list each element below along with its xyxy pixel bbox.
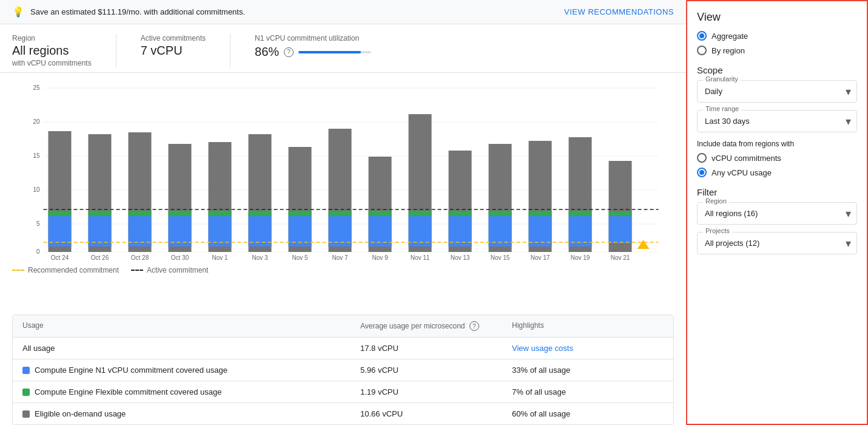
svg-rect-23 [169, 211, 192, 216]
granularity-label: Granularity [703, 75, 741, 83]
row-avg-n1: 5.96 vCPU [360, 365, 512, 375]
table-row: Compute Engine N1 vCPU commitment covere… [13, 359, 673, 381]
row-avg-ondemand: 10.66 vCPU [360, 409, 512, 418]
usage-label-flex: Compute Engine Flexible commitment cover… [22, 387, 360, 396]
utilization-bar-fill [298, 51, 361, 53]
scope-title: Scope [697, 65, 857, 75]
svg-marker-59 [638, 240, 650, 249]
col-usage: Usage [22, 321, 360, 331]
svg-rect-47 [489, 211, 512, 216]
by-region-label: By region [712, 46, 745, 55]
n1-color-dot [22, 367, 30, 374]
svg-text:Nov 21: Nov 21 [611, 254, 630, 261]
row-highlight-flex: 7% of all usage [512, 387, 664, 396]
include-label: Include data from regions with [697, 140, 857, 148]
svg-text:0: 0 [36, 248, 40, 255]
flex-color-dot [22, 389, 30, 396]
legend-active: Active commitment [131, 266, 208, 274]
projects-dropdown-label: Projects [703, 227, 732, 234]
bar-chart: 25 20 15 10 5 0 [12, 79, 674, 261]
filter-title: Filter [697, 187, 857, 197]
svg-rect-38 [369, 211, 392, 216]
ondemand-color-dot [22, 410, 30, 418]
svg-rect-29 [249, 211, 272, 216]
table-row: All usage 17.8 vCPU View usage costs [13, 338, 673, 359]
svg-text:Nov 17: Nov 17 [531, 254, 550, 261]
svg-rect-17 [89, 211, 112, 216]
include-vcpu-commitments[interactable]: vCPU commitments [697, 153, 857, 163]
region-label: Region [12, 34, 92, 42]
legend-active-label: Active commitment [147, 266, 208, 274]
utilization-bar [298, 51, 371, 53]
view-radio-group: Aggregate By region [697, 31, 857, 55]
svg-text:Nov 1: Nov 1 [212, 254, 228, 261]
svg-text:Nov 9: Nov 9 [372, 254, 388, 261]
utilization-help-icon[interactable]: ? [284, 47, 294, 57]
svg-text:Nov 3: Nov 3 [252, 254, 268, 261]
utilization-label: N1 vCPU commitment utilization [255, 34, 371, 42]
svg-rect-20 [129, 211, 152, 216]
svg-rect-50 [529, 211, 552, 216]
svg-text:10: 10 [33, 186, 40, 193]
any-vcpu-radio-circle [697, 168, 707, 177]
usage-label-ondemand: Eligible on-demand usage [22, 409, 360, 418]
region-stat: Region All regions with vCPU commitments [12, 34, 92, 67]
commitments-value: 7 vCPU [141, 44, 206, 58]
view-option-aggregate[interactable]: Aggregate [697, 31, 857, 41]
row-label-all: All usage [22, 344, 55, 353]
aggregate-label: Aggregate [712, 32, 748, 41]
time-range-dropdown-container: Time range Last 7 days Last 30 days Last… [697, 110, 857, 132]
row-label-ondemand: Eligible on-demand usage [35, 409, 126, 418]
region-select[interactable]: All regions (16) [697, 202, 857, 225]
view-recommendations-link[interactable]: VIEW RECOMMENDATIONS [564, 7, 674, 16]
table-header: Usage Average usage per microsecond ? Hi… [13, 315, 673, 338]
svg-text:25: 25 [33, 84, 40, 91]
col-highlights: Highlights [512, 321, 664, 331]
usage-label-all: All usage [22, 344, 360, 353]
granularity-dropdown-container: Granularity Daily Weekly Monthly ▾ [697, 80, 857, 103]
vcpu-commitments-label: vCPU commitments [712, 154, 781, 163]
vcpu-commitments-radio-circle [697, 153, 707, 163]
aggregate-radio-circle [697, 31, 707, 41]
view-usage-costs-link[interactable]: View usage costs [512, 344, 664, 353]
region-dropdown-label: Region [703, 197, 729, 205]
granularity-select[interactable]: Daily Weekly Monthly [697, 80, 857, 103]
time-range-select[interactable]: Last 7 days Last 30 days Last 90 days Cu… [697, 110, 857, 132]
chart-wrapper: 25 20 15 10 5 0 [12, 79, 674, 261]
view-option-by-region[interactable]: By region [697, 46, 857, 55]
commitments-stat: Active commitments 7 vCPU [141, 34, 206, 67]
chart-legend: Recommended commitment Active commitment [12, 261, 674, 274]
svg-text:Nov 13: Nov 13 [451, 254, 470, 261]
svg-text:15: 15 [33, 152, 40, 159]
svg-text:Oct 24: Oct 24 [51, 254, 69, 261]
row-highlight-n1: 33% of all usage [512, 365, 664, 375]
svg-rect-56 [609, 211, 632, 216]
legend-recommended-label: Recommended commitment [28, 266, 119, 274]
stats-row: Region All regions with vCPU commitments… [0, 24, 686, 73]
include-any-vcpu[interactable]: Any vCPU usage [697, 168, 857, 177]
include-radio-group: vCPU commitments Any vCPU usage [697, 153, 857, 177]
svg-text:Oct 26: Oct 26 [91, 254, 109, 261]
row-label-flex: Compute Engine Flexible commitment cover… [35, 387, 222, 396]
svg-text:20: 20 [33, 118, 40, 125]
svg-rect-41 [409, 211, 432, 216]
active-line-icon [131, 270, 143, 271]
row-avg-all: 17.8 vCPU [360, 344, 512, 353]
svg-text:Nov 5: Nov 5 [292, 254, 308, 261]
row-highlight-ondemand: 60% of all usage [512, 409, 664, 418]
row-avg-flex: 1.19 vCPU [360, 387, 512, 396]
avg-help-icon[interactable]: ? [469, 321, 479, 331]
banner-text: Save an estimated $111.19/mo. with addit… [30, 7, 245, 16]
usage-table: Usage Average usage per microsecond ? Hi… [12, 314, 674, 425]
svg-text:Oct 28: Oct 28 [131, 254, 149, 261]
svg-rect-14 [49, 211, 72, 216]
legend-recommended: Recommended commitment [12, 266, 119, 274]
region-value: All regions [12, 44, 92, 58]
usage-label-n1: Compute Engine N1 vCPU commitment covere… [22, 365, 360, 375]
projects-select[interactable]: All projects (12) [697, 232, 857, 254]
sidebar-title: View [697, 11, 857, 24]
region-sub: with vCPU commitments [12, 59, 92, 67]
time-range-label: Time range [703, 105, 741, 112]
chart-area: 25 20 15 10 5 0 [0, 73, 686, 308]
svg-text:Nov 7: Nov 7 [332, 254, 348, 261]
